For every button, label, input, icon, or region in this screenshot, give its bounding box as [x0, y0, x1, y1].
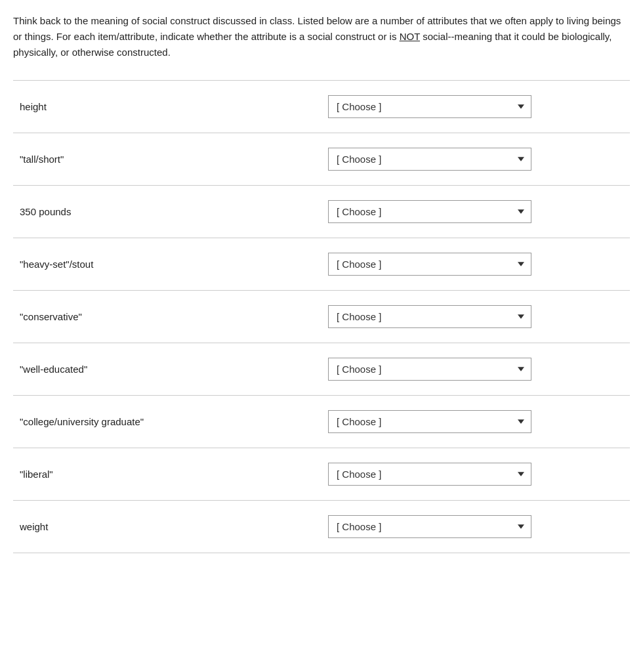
dropdown-height[interactable]: [ Choose ]Social ConstructNOT Social Con…	[328, 95, 531, 118]
question-label-tall_short: "tall/short"	[13, 133, 322, 186]
answer-cell-weight: [ Choose ]Social ConstructNOT Social Con…	[322, 501, 630, 553]
question-label-liberal: "liberal"	[13, 448, 322, 501]
dropdown-liberal[interactable]: [ Choose ]Social ConstructNOT Social Con…	[328, 463, 531, 486]
answer-cell-heavy_set: [ Choose ]Social ConstructNOT Social Con…	[322, 238, 630, 291]
instructions-text: Think back to the meaning of social cons…	[13, 13, 630, 60]
table-row: "tall/short"[ Choose ]Social ConstructNO…	[13, 133, 630, 186]
answer-cell-well_educated: [ Choose ]Social ConstructNOT Social Con…	[322, 343, 630, 396]
dropdown-conservative[interactable]: [ Choose ]Social ConstructNOT Social Con…	[328, 305, 531, 328]
question-label-heavy_set: "heavy-set"/stout	[13, 238, 322, 291]
table-row: "college/university graduate"[ Choose ]S…	[13, 396, 630, 448]
answer-cell-height: [ Choose ]Social ConstructNOT Social Con…	[322, 81, 630, 133]
table-row: weight[ Choose ]Social ConstructNOT Soci…	[13, 501, 630, 553]
question-label-conservative: "conservative"	[13, 291, 322, 343]
answer-cell-liberal: [ Choose ]Social ConstructNOT Social Con…	[322, 448, 630, 501]
dropdown-heavy_set[interactable]: [ Choose ]Social ConstructNOT Social Con…	[328, 253, 531, 276]
question-label-college_graduate: "college/university graduate"	[13, 396, 322, 448]
question-label-350_pounds: 350 pounds	[13, 186, 322, 238]
answer-cell-350_pounds: [ Choose ]Social ConstructNOT Social Con…	[322, 186, 630, 238]
question-label-height: height	[13, 81, 322, 133]
dropdown-college_graduate[interactable]: [ Choose ]Social ConstructNOT Social Con…	[328, 410, 531, 433]
table-row: "conservative"[ Choose ]Social Construct…	[13, 291, 630, 343]
answer-cell-conservative: [ Choose ]Social ConstructNOT Social Con…	[322, 291, 630, 343]
question-label-well_educated: "well-educated"	[13, 343, 322, 396]
table-row: height[ Choose ]Social ConstructNOT Soci…	[13, 81, 630, 133]
table-row: "well-educated"[ Choose ]Social Construc…	[13, 343, 630, 396]
question-label-weight: weight	[13, 501, 322, 553]
table-row: "liberal"[ Choose ]Social ConstructNOT S…	[13, 448, 630, 501]
dropdown-well_educated[interactable]: [ Choose ]Social ConstructNOT Social Con…	[328, 358, 531, 381]
dropdown-tall_short[interactable]: [ Choose ]Social ConstructNOT Social Con…	[328, 148, 531, 171]
table-row: 350 pounds[ Choose ]Social ConstructNOT …	[13, 186, 630, 238]
dropdown-weight[interactable]: [ Choose ]Social ConstructNOT Social Con…	[328, 515, 531, 538]
answer-cell-college_graduate: [ Choose ]Social ConstructNOT Social Con…	[322, 396, 630, 448]
questions-table: height[ Choose ]Social ConstructNOT Soci…	[13, 80, 630, 553]
dropdown-350_pounds[interactable]: [ Choose ]Social ConstructNOT Social Con…	[328, 200, 531, 223]
answer-cell-tall_short: [ Choose ]Social ConstructNOT Social Con…	[322, 133, 630, 186]
table-row: "heavy-set"/stout[ Choose ]Social Constr…	[13, 238, 630, 291]
